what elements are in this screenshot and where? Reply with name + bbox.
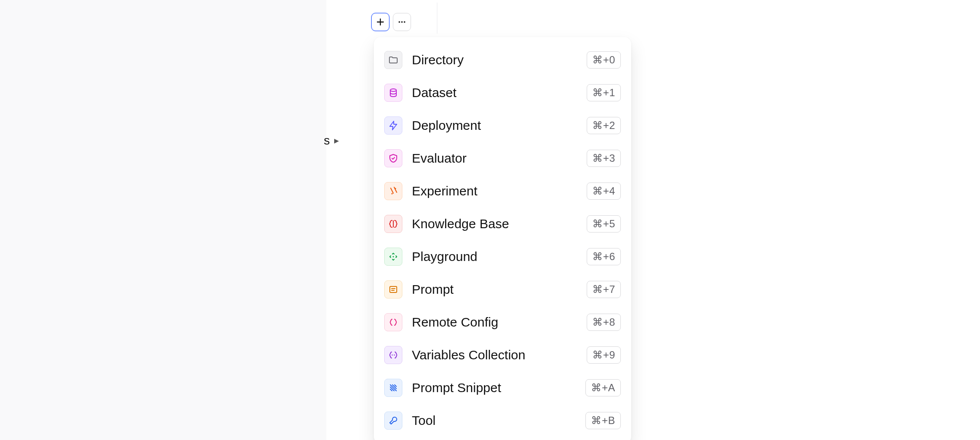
svg-point-6 [393,256,394,258]
snippet-icon [384,379,402,397]
menu-item-label: Variables Collection [412,348,577,362]
menu-item-prompt[interactable]: Prompt ⌘+7 [382,278,623,301]
menu-item-shortcut: ⌘+9 [587,346,621,364]
svg-point-4 [395,188,396,189]
menu-item-variables-collection[interactable]: Variables Collection ⌘+9 [382,343,623,367]
menu-item-shortcut: ⌘+8 [587,314,621,331]
prompt-icon [384,280,402,299]
sidebar-item-fragment[interactable]: s ▸ [324,135,339,147]
menu-item-tool[interactable]: Tool ⌘+B [382,409,623,432]
menu-item-label: Evaluator [412,151,577,166]
menu-item-shortcut: ⌘+B [585,412,621,429]
menu-item-evaluator[interactable]: Evaluator ⌘+3 [382,147,623,170]
menu-item-dataset[interactable]: Dataset ⌘+1 [382,81,623,104]
menu-item-shortcut: ⌘+7 [587,281,621,298]
menu-item-shortcut: ⌘+3 [587,150,621,167]
menu-item-shortcut: ⌘+2 [587,117,621,134]
playground-icon [384,248,402,266]
menu-item-directory[interactable]: Directory ⌘+0 [382,48,623,72]
remote-config-icon [384,313,402,331]
deployment-icon [384,116,402,135]
menu-item-shortcut: ⌘+4 [587,182,621,200]
menu-item-label: Prompt [412,282,577,297]
variables-icon [384,346,402,364]
directory-icon [384,51,402,69]
more-button[interactable] [393,13,411,31]
svg-point-5 [392,193,393,195]
svg-point-0 [398,21,400,23]
more-icon [398,18,406,26]
svg-point-1 [401,21,403,23]
left-panel [0,0,326,440]
menu-item-label: Directory [412,53,577,67]
dataset-icon [384,84,402,102]
menu-item-knowledge-base[interactable]: Knowledge Base ⌘+5 [382,212,623,236]
menu-item-label: Playground [412,249,577,264]
menu-item-shortcut: ⌘+5 [587,215,621,233]
svg-point-9 [394,355,395,355]
svg-point-2 [404,21,405,23]
menu-item-experiment[interactable]: Experiment ⌘+4 [382,179,623,203]
menu-item-remote-config[interactable]: Remote Config ⌘+8 [382,311,623,334]
menu-item-label: Remote Config [412,315,577,330]
new-resource-menu: Directory ⌘+0 Dataset ⌘+1 Deployment ⌘+2 [374,37,631,440]
menu-item-label: Prompt Snippet [412,380,576,395]
svg-point-3 [390,89,396,91]
caret-right-icon: ▸ [334,136,339,145]
evaluator-icon [384,149,402,167]
plus-icon [376,18,385,26]
menu-item-shortcut: ⌘+1 [587,84,621,101]
knowledge-icon [384,215,402,233]
menu-item-prompt-snippet[interactable]: Prompt Snippet ⌘+A [382,376,623,399]
menu-item-shortcut: ⌘+6 [587,248,621,265]
svg-rect-7 [390,286,397,292]
menu-item-label: Tool [412,413,576,428]
toolbar-separator [437,3,437,34]
menu-item-shortcut: ⌘+0 [587,51,621,69]
svg-point-8 [392,355,392,355]
menu-item-shortcut: ⌘+A [585,379,621,396]
menu-item-label: Knowledge Base [412,217,577,231]
menu-item-playground[interactable]: Playground ⌘+6 [382,245,623,268]
tool-icon [384,412,402,430]
menu-item-label: Dataset [412,85,577,100]
menu-item-label: Deployment [412,118,577,133]
experiment-icon [384,182,402,200]
sidebar-item-label: s [324,135,330,147]
menu-item-deployment[interactable]: Deployment ⌘+2 [382,114,623,137]
add-button[interactable] [371,13,389,31]
menu-item-label: Experiment [412,184,577,198]
